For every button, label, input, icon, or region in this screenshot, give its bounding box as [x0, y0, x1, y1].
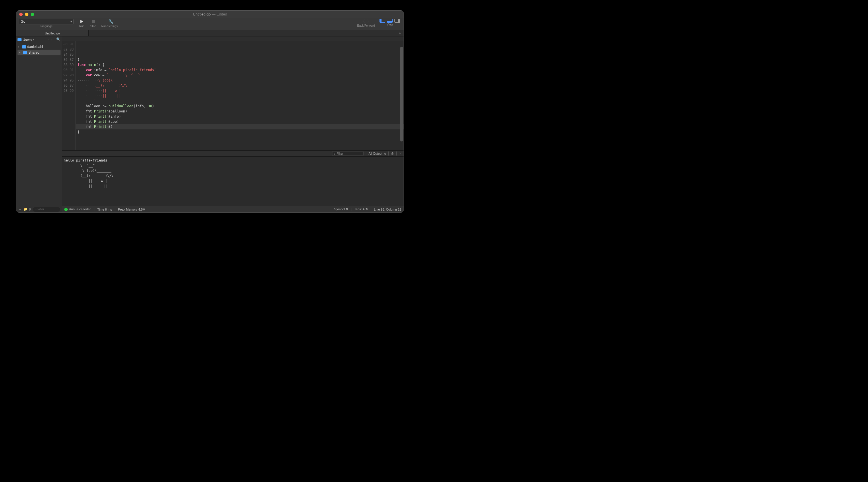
svg-rect-1: [92, 20, 95, 23]
new-folder-button[interactable]: 📁: [24, 207, 28, 211]
folder-icon: [23, 51, 27, 54]
svg-marker-0: [80, 20, 83, 23]
sidebar-header: Users ▾ 〈 〉 🔍: [17, 36, 62, 43]
output-filter-placeholder: Filter: [337, 152, 343, 155]
symbol-label: Symbol: [334, 207, 345, 211]
updown-icon: ⇅: [384, 153, 386, 155]
settings-label: Run Settings…: [101, 25, 121, 28]
sidebar-filter-placeholder: Filter: [38, 208, 44, 211]
forward-button[interactable]: 〉: [367, 19, 371, 24]
title-filename: Untitled.go: [193, 12, 211, 17]
editor-pane: 80 81 82 83 84 85 86 87 88 89 90 91 92 9…: [62, 36, 404, 212]
back-button[interactable]: 〈: [361, 19, 365, 24]
settings-group: 🔧 Run Settings…: [99, 18, 123, 28]
sidebar-back-button[interactable]: 〈: [46, 37, 50, 42]
filter-icon: ⌕: [334, 152, 336, 155]
language-selector[interactable]: Go ▴▾: [19, 19, 74, 24]
status-bar: Run Succeeded Time 8 ms Peak Memory 4.5M…: [62, 206, 404, 212]
cursor-position: Line 96, Column 21: [374, 208, 401, 211]
run-group: Run: [76, 18, 88, 28]
run-status-text: Run Succeeded: [69, 207, 91, 211]
app-window: Untitled.go — Edited Go ▴▾ Language Run …: [16, 10, 404, 213]
code-content[interactable]: }func main() { var info = `hello piraffe…: [76, 41, 404, 150]
run-settings-button[interactable]: 🔧: [107, 19, 115, 24]
updown-icon: ▴▾: [70, 20, 72, 23]
sidebar-root-label[interactable]: Users: [23, 38, 32, 42]
code-area[interactable]: 80 81 82 83 84 85 86 87 88 89 90 91 92 9…: [62, 41, 404, 150]
chevron-down-icon[interactable]: ﹀: [399, 151, 402, 155]
file-tree: ▸ danielbahl ▸ Shared: [17, 43, 62, 206]
dropdown-icon[interactable]: ▾: [33, 38, 34, 41]
tab-row: Untitled.go ＋: [17, 30, 404, 36]
minimize-window-button[interactable]: [25, 12, 28, 16]
folder-icon: [18, 38, 22, 41]
close-window-button[interactable]: [19, 12, 23, 16]
add-file-button[interactable]: ＋: [18, 207, 22, 212]
view-group: View: [377, 18, 404, 26]
titlebar: Untitled.go — Edited: [17, 10, 404, 18]
view-bottom-panel-button[interactable]: [387, 19, 393, 23]
run-label: Run: [79, 25, 84, 28]
breadcrumb-strip[interactable]: [62, 36, 404, 41]
tabs-selector[interactable]: Tabs: 4 ⇅: [354, 207, 368, 211]
folder-icon: [22, 45, 26, 49]
trash-button[interactable]: 🗑: [391, 152, 394, 155]
line-gutter: 80 81 82 83 84 85 86 87 88 89 90 91 92 9…: [62, 41, 76, 150]
stop-button[interactable]: [90, 19, 97, 24]
sidebar: Users ▾ 〈 〉 🔍 ▸ danielbahl ▸ Shared: [17, 36, 62, 212]
console-output[interactable]: hello piraffe-friends \ ^__^ \ (oo)\____…: [62, 157, 404, 206]
toolbar: Go ▴▾ Language Run Stop 🔧 Run Settings…: [17, 18, 404, 30]
traffic-lights: [19, 12, 34, 16]
output-mode-label: All Output: [369, 152, 382, 155]
tree-item-shared[interactable]: ▸ Shared: [18, 50, 61, 55]
language-group: Go ▴▾ Language: [17, 18, 76, 28]
console-text: hello piraffe-friends \ ^__^ \ (oo)\____…: [64, 158, 113, 178]
sidebar-footer: ＋ 📁 ⎘ ⌕ Filter: [17, 206, 62, 212]
run-status: Run Succeeded: [64, 207, 91, 211]
search-icon[interactable]: 🔍: [56, 37, 61, 42]
view-left-panel-button[interactable]: [379, 19, 385, 23]
tree-label: Shared: [28, 51, 39, 55]
main-split: Users ▾ 〈 〉 🔍 ▸ danielbahl ▸ Shared: [17, 36, 404, 212]
new-tab-button[interactable]: ＋: [396, 30, 404, 36]
sidebar-forward-button[interactable]: 〉: [51, 37, 54, 42]
stop-group: Stop: [88, 18, 99, 28]
view-right-panel-button[interactable]: [395, 19, 400, 23]
run-button[interactable]: [78, 19, 85, 24]
symbol-selector[interactable]: Symbol ⇅: [334, 207, 348, 211]
view-label: View: [387, 23, 393, 26]
sidebar-filter-input[interactable]: ⌕ Filter: [33, 207, 60, 212]
language-label: Language: [40, 25, 53, 28]
window-title: Untitled.go — Edited: [17, 12, 404, 17]
file-tab[interactable]: Untitled.go: [17, 30, 89, 36]
title-edited: — Edited: [212, 12, 227, 17]
output-filter-input[interactable]: ⌕ Filter: [332, 151, 364, 156]
nav-group: 〈 〉 Back/Forward: [355, 18, 377, 27]
language-value: Go: [21, 20, 25, 24]
play-icon: [80, 20, 84, 23]
time-status: Time 8 ms: [97, 208, 112, 211]
action-button[interactable]: ⎘: [29, 208, 31, 211]
chevron-right-icon[interactable]: ▸: [19, 51, 22, 54]
chevron-right-icon[interactable]: ▸: [18, 45, 21, 48]
zoom-window-button[interactable]: [31, 12, 34, 16]
success-icon: [64, 208, 68, 211]
wrench-icon: 🔧: [108, 19, 113, 24]
stop-icon: [92, 20, 95, 23]
memory-status: Peak Memory 4.5M: [118, 208, 145, 211]
tree-label: danielbahl: [27, 45, 43, 49]
nav-label: Back/Forward: [357, 24, 375, 27]
tree-item-danielbahl[interactable]: ▸ danielbahl: [17, 44, 62, 50]
console-text-2: ||----w | || ||: [64, 179, 107, 188]
filter-icon: ⌕: [35, 208, 36, 211]
tabs-label: Tabs: 4: [354, 207, 364, 211]
output-mode-selector[interactable]: All Output ⇅: [369, 152, 386, 155]
stop-label: Stop: [90, 25, 96, 28]
output-toolbar: ⌕ Filter All Output ⇅ 🗑 ﹀: [62, 150, 404, 157]
